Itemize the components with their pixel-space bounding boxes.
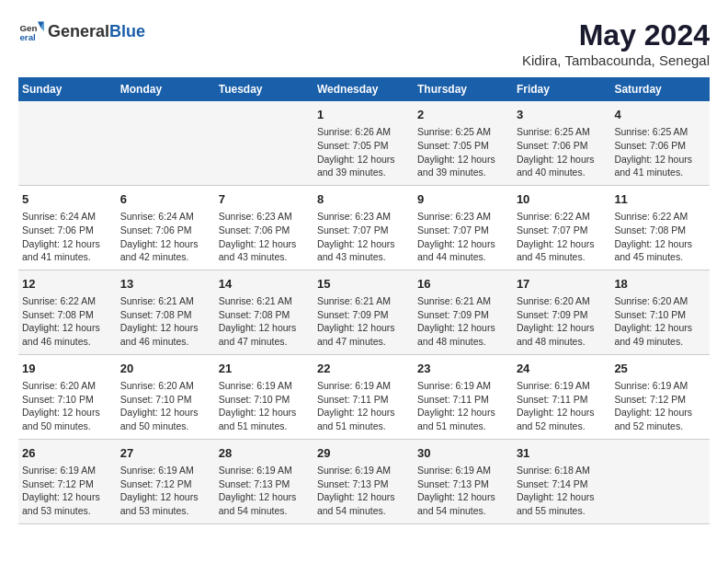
day-number: 16 xyxy=(417,276,509,293)
day-number: 24 xyxy=(517,361,608,377)
day-info-text: Daylight: 12 hours xyxy=(219,321,310,335)
day-info-text: Sunset: 7:07 PM xyxy=(417,224,509,237)
day-info-text: and 53 minutes. xyxy=(22,504,113,518)
day-info-text: Daylight: 12 hours xyxy=(417,153,509,167)
day-info-text: Sunrise: 6:21 AM xyxy=(317,294,410,308)
day-info-text: and 55 minutes. xyxy=(517,504,608,518)
day-info-text: Daylight: 12 hours xyxy=(317,321,410,335)
header-cell-thursday: Thursday xyxy=(414,77,513,101)
day-info-text: Daylight: 12 hours xyxy=(417,237,509,251)
day-number: 31 xyxy=(517,445,608,462)
day-info-text: and 43 minutes. xyxy=(317,250,410,264)
day-number: 25 xyxy=(614,361,706,377)
day-info-text: Sunset: 7:10 PM xyxy=(22,393,113,407)
header-cell-wednesday: Wednesday xyxy=(313,77,414,101)
day-info-text: and 50 minutes. xyxy=(120,419,211,433)
day-info-text: Sunrise: 6:20 AM xyxy=(120,379,211,393)
day-info-text: and 45 minutes. xyxy=(614,250,706,264)
calendar-cell: 4Sunrise: 6:25 AMSunset: 7:06 PMDaylight… xyxy=(610,101,710,185)
calendar-cell: 22Sunrise: 6:19 AMSunset: 7:11 PMDayligh… xyxy=(313,354,414,439)
day-info-text: Sunset: 7:07 PM xyxy=(517,224,608,237)
day-info-text: Sunset: 7:14 PM xyxy=(517,477,608,491)
calendar-cell: 18Sunrise: 6:20 AMSunset: 7:10 PMDayligh… xyxy=(610,270,710,354)
calendar-cell: 16Sunrise: 6:21 AMSunset: 7:09 PMDayligh… xyxy=(414,270,513,354)
day-info-text: Sunrise: 6:25 AM xyxy=(417,125,509,139)
calendar-cell: 13Sunrise: 6:21 AMSunset: 7:08 PMDayligh… xyxy=(117,270,215,354)
week-row-1: 1Sunrise: 6:26 AMSunset: 7:05 PMDaylight… xyxy=(18,101,710,185)
calendar-cell: 28Sunrise: 6:19 AMSunset: 7:13 PMDayligh… xyxy=(215,439,313,523)
day-number: 17 xyxy=(517,276,608,293)
day-info-text: Daylight: 12 hours xyxy=(614,237,706,251)
day-info-text: Sunrise: 6:20 AM xyxy=(614,294,706,308)
day-number: 10 xyxy=(517,191,608,208)
day-info-text: Daylight: 12 hours xyxy=(317,490,410,504)
calendar-cell: 14Sunrise: 6:21 AMSunset: 7:08 PMDayligh… xyxy=(215,270,313,354)
day-info-text: Sunset: 7:05 PM xyxy=(417,139,509,153)
day-number: 15 xyxy=(317,276,410,293)
day-number: 20 xyxy=(120,361,211,377)
day-info-text: Sunrise: 6:21 AM xyxy=(120,294,211,308)
day-number: 29 xyxy=(317,445,410,462)
calendar-cell: 26Sunrise: 6:19 AMSunset: 7:12 PMDayligh… xyxy=(18,439,117,523)
day-info-text: Daylight: 12 hours xyxy=(517,321,608,335)
calendar-cell: 15Sunrise: 6:21 AMSunset: 7:09 PMDayligh… xyxy=(313,270,414,354)
day-info-text: Sunset: 7:05 PM xyxy=(317,139,410,153)
day-info-text: Daylight: 12 hours xyxy=(517,153,608,167)
day-info-text: Sunset: 7:09 PM xyxy=(317,308,410,322)
day-number: 13 xyxy=(120,276,211,293)
calendar-cell: 30Sunrise: 6:19 AMSunset: 7:13 PMDayligh… xyxy=(414,439,513,523)
day-info-text: and 47 minutes. xyxy=(317,335,410,349)
day-info-text: Sunset: 7:09 PM xyxy=(417,308,509,322)
calendar-table: SundayMondayTuesdayWednesdayThursdayFrid… xyxy=(18,77,710,524)
day-info-text: Sunset: 7:13 PM xyxy=(317,477,410,491)
day-info-text: and 39 minutes. xyxy=(417,166,509,179)
calendar-cell: 24Sunrise: 6:19 AMSunset: 7:11 PMDayligh… xyxy=(513,354,611,439)
day-info-text: and 39 minutes. xyxy=(317,166,410,179)
day-info-text: and 48 minutes. xyxy=(517,335,608,349)
calendar-cell: 17Sunrise: 6:20 AMSunset: 7:09 PMDayligh… xyxy=(513,270,611,354)
week-row-2: 5Sunrise: 6:24 AMSunset: 7:06 PMDaylight… xyxy=(18,185,710,270)
day-info-text: Sunrise: 6:23 AM xyxy=(317,210,410,224)
day-number: 27 xyxy=(120,445,211,462)
calendar-cell xyxy=(117,101,215,185)
day-info-text: and 54 minutes. xyxy=(417,504,509,518)
calendar-cell: 11Sunrise: 6:22 AMSunset: 7:08 PMDayligh… xyxy=(610,185,710,270)
day-info-text: Sunrise: 6:25 AM xyxy=(517,125,608,139)
day-info-text: Sunset: 7:08 PM xyxy=(614,224,706,237)
day-info-text: Sunset: 7:12 PM xyxy=(120,477,211,491)
day-info-text: Sunset: 7:13 PM xyxy=(417,477,509,491)
day-number: 9 xyxy=(417,191,509,208)
day-info-text: Sunrise: 6:19 AM xyxy=(417,379,509,393)
day-info-text: Daylight: 12 hours xyxy=(517,406,608,419)
calendar-cell: 31Sunrise: 6:18 AMSunset: 7:14 PMDayligh… xyxy=(513,439,611,523)
day-info-text: and 42 minutes. xyxy=(120,250,211,264)
calendar-cell: 9Sunrise: 6:23 AMSunset: 7:07 PMDaylight… xyxy=(414,185,513,270)
day-info-text: Sunset: 7:10 PM xyxy=(219,393,310,407)
day-info-text: Daylight: 12 hours xyxy=(219,237,310,251)
day-info-text: Daylight: 12 hours xyxy=(614,153,706,167)
day-info-text: Sunrise: 6:23 AM xyxy=(219,210,310,224)
header-cell-saturday: Saturday xyxy=(610,77,710,101)
day-info-text: and 41 minutes. xyxy=(614,166,706,179)
day-number: 14 xyxy=(219,276,310,293)
day-info-text: Daylight: 12 hours xyxy=(120,237,211,251)
day-info-text: Sunrise: 6:21 AM xyxy=(417,294,509,308)
day-info-text: Daylight: 12 hours xyxy=(219,490,310,504)
day-number: 4 xyxy=(614,107,706,123)
day-info-text: Sunset: 7:12 PM xyxy=(22,477,113,491)
day-info-text: and 52 minutes. xyxy=(614,419,706,433)
day-number: 7 xyxy=(219,191,310,208)
day-number: 19 xyxy=(22,361,113,377)
header-cell-sunday: Sunday xyxy=(18,77,117,101)
day-info-text: Daylight: 12 hours xyxy=(614,406,706,419)
day-info-text: Daylight: 12 hours xyxy=(120,490,211,504)
calendar-cell: 20Sunrise: 6:20 AMSunset: 7:10 PMDayligh… xyxy=(117,354,215,439)
day-info-text: and 48 minutes. xyxy=(417,335,509,349)
day-info-text: Sunrise: 6:19 AM xyxy=(22,464,113,477)
header-cell-monday: Monday xyxy=(117,77,215,101)
day-info-text: Daylight: 12 hours xyxy=(22,406,113,419)
week-row-5: 26Sunrise: 6:19 AMSunset: 7:12 PMDayligh… xyxy=(18,439,710,523)
header-row: SundayMondayTuesdayWednesdayThursdayFrid… xyxy=(18,77,710,101)
day-number: 18 xyxy=(614,276,706,293)
day-info-text: Daylight: 12 hours xyxy=(517,490,608,504)
